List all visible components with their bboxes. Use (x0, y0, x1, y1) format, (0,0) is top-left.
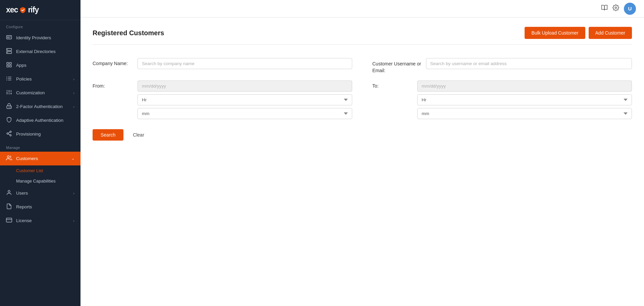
person-icon (6, 190, 12, 197)
customer-username-group: Customer Username or Email: (372, 58, 632, 74)
sidebar-item-label: Policies (16, 76, 32, 82)
search-button[interactable]: Search (93, 129, 123, 141)
company-name-label: Company Name: (93, 58, 133, 66)
sidebar-item-label: License (16, 218, 32, 223)
settings-icon[interactable] (612, 4, 619, 13)
main-area: U Registered Customers Bulk Upload Custo… (80, 0, 644, 306)
svg-rect-10 (7, 65, 8, 67)
sidebar-item-reports[interactable]: Reports (0, 200, 80, 214)
chevron-right-icon: › (73, 191, 74, 195)
user-avatar[interactable]: U (624, 3, 636, 15)
sidebar-item-external-directories[interactable]: External Directories (0, 45, 80, 58)
to-minute-select[interactable]: mm 00051015 20253035 40455055 (417, 108, 632, 119)
sidebar-item-label: Adaptive Authentication (16, 118, 63, 123)
to-group: To: Hr 00010203 04050607 08091011 121314… (372, 81, 632, 119)
sidebar-item-users[interactable]: Users › (0, 186, 80, 200)
twofactor-icon: 123 (6, 103, 12, 110)
svg-point-30 (7, 133, 8, 135)
sidebar-item-identity-providers[interactable]: Identity Providers (0, 31, 80, 45)
svg-rect-8 (7, 62, 8, 64)
sidebar-item-label: Users (16, 191, 28, 196)
svg-line-32 (8, 134, 10, 135)
sidebar: xec rify Configure Identity Providers Ex… (0, 0, 80, 306)
svg-point-31 (10, 135, 11, 136)
svg-text:123: 123 (8, 106, 11, 108)
to-label: To: (372, 81, 413, 89)
manage-section-label: Manage (0, 141, 80, 152)
to-input-group: Hr 00010203 04050607 08091011 12131415 1… (417, 81, 632, 119)
chevron-right-icon: › (73, 219, 74, 223)
bulk-upload-button[interactable]: Bulk Upload Customer (525, 27, 585, 39)
page-title: Registered Customers (93, 29, 164, 37)
chevron-right-icon: › (73, 91, 74, 95)
svg-rect-36 (6, 218, 12, 222)
users-icon (6, 155, 12, 162)
customer-username-label: Customer Username or Email: (372, 58, 421, 74)
sidebar-item-customization[interactable]: Customization › (0, 86, 80, 100)
sidebar-item-provisioning[interactable]: Provisioning (0, 127, 80, 141)
svg-point-1 (7, 37, 9, 38)
sidebar-item-policies[interactable]: Policies › (0, 72, 80, 86)
id-card-icon (6, 34, 12, 41)
file-icon (6, 203, 12, 210)
action-row: Search Clear (93, 126, 632, 144)
from-input-group: Hr 00010203 04050607 08091011 12131415 1… (138, 81, 352, 119)
sidebar-subitem-customer-list[interactable]: Customer List (0, 165, 80, 176)
add-customer-button[interactable]: Add Customer (589, 27, 632, 39)
company-name-input-group (138, 58, 352, 69)
to-hour-select[interactable]: Hr 00010203 04050607 08091011 12131415 1… (417, 94, 632, 105)
from-label: From: (93, 81, 133, 89)
logo-rify: rify (28, 5, 39, 14)
sidebar-item-label: Reports (16, 204, 32, 209)
sidebar-subitem-manage-capabilities[interactable]: Manage Capabilities (0, 176, 80, 186)
search-form: Company Name: Customer Username or Email… (93, 51, 632, 147)
sidebar-item-adaptive-auth[interactable]: Adaptive Authentication (0, 113, 80, 127)
sidebar-item-customers[interactable]: Customers ⌄ (0, 152, 80, 165)
share-icon (6, 131, 12, 138)
svg-line-33 (8, 132, 10, 133)
server-icon (6, 48, 12, 55)
header-actions: Bulk Upload Customer Add Customer (525, 27, 632, 39)
list-icon (6, 75, 12, 83)
chevron-down-icon: ⌄ (71, 156, 74, 161)
sidebar-item-label: Customization (16, 90, 45, 95)
card-icon (6, 217, 12, 224)
company-name-input[interactable] (138, 58, 352, 69)
company-name-group: Company Name: (93, 58, 352, 74)
topbar: U (80, 0, 644, 17)
configure-section-label: Configure (0, 20, 80, 31)
logo: xec rify (6, 5, 74, 14)
logo-xec: xec (6, 5, 18, 14)
sidebar-item-label: Provisioning (16, 132, 41, 137)
sidebar-item-license[interactable]: License › (0, 214, 80, 227)
svg-point-38 (615, 7, 617, 9)
from-minute-select[interactable]: mm 00051015 20253035 40455055 (138, 108, 352, 119)
sidebar-item-apps[interactable]: Apps (0, 58, 80, 72)
customer-username-input[interactable] (426, 58, 632, 69)
svg-point-35 (8, 190, 10, 192)
logo-area: xec rify (0, 0, 80, 20)
from-hour-select[interactable]: Hr 00010203 04050607 08091011 12131415 1… (138, 94, 352, 105)
svg-rect-11 (10, 65, 11, 67)
page-header: Registered Customers Bulk Upload Custome… (93, 27, 632, 45)
customer-username-input-group (426, 58, 632, 69)
svg-rect-9 (10, 62, 11, 64)
from-date-input[interactable] (138, 81, 352, 92)
shield-icon (6, 117, 12, 124)
to-date-input[interactable] (417, 81, 632, 92)
clear-button[interactable]: Clear (127, 129, 149, 141)
sidebar-item-label: External Directories (16, 49, 56, 54)
grid-icon (6, 62, 12, 69)
sidebar-item-label: Apps (16, 63, 26, 68)
sidebar-item-label: Identity Providers (16, 35, 51, 40)
svg-point-29 (10, 131, 11, 133)
sidebar-item-label: 2-Factor Authentication (16, 104, 63, 109)
book-icon[interactable] (601, 4, 608, 13)
sidebar-item-2fa[interactable]: 123 2-Factor Authentication › (0, 100, 80, 113)
logo-shield-icon (19, 6, 26, 14)
sliders-icon (6, 89, 12, 96)
svg-point-34 (7, 156, 9, 158)
sidebar-item-label: Customers (16, 156, 38, 161)
content-area: Registered Customers Bulk Upload Custome… (80, 17, 644, 306)
from-group: From: Hr 00010203 04050607 08091011 1213… (93, 81, 352, 119)
